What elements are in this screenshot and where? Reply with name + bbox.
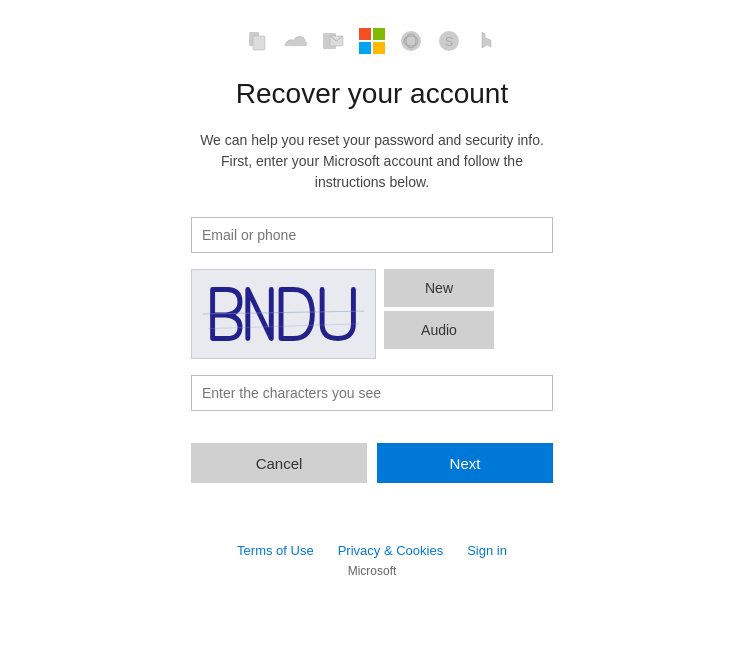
page-description: We can help you reset your password and …: [192, 130, 552, 193]
onedrive-icon: [283, 29, 307, 53]
microsoft-logo: [359, 28, 385, 54]
signin-link[interactable]: Sign in: [467, 543, 507, 558]
captcha-input[interactable]: [191, 375, 553, 411]
captcha-buttons: New Audio: [384, 269, 494, 359]
captcha-image: [191, 269, 376, 359]
footer-links: Terms of Use Privacy & Cookies Sign in: [237, 543, 507, 558]
terms-link[interactable]: Terms of Use: [237, 543, 314, 558]
cancel-button[interactable]: Cancel: [191, 443, 367, 483]
privacy-link[interactable]: Privacy & Cookies: [338, 543, 443, 558]
svg-rect-1: [253, 36, 265, 50]
footer-brand: Microsoft: [348, 564, 397, 578]
captcha-row: New Audio: [191, 269, 553, 359]
page-container: Recover your account We can help you res…: [92, 78, 652, 483]
outlook-icon: [321, 29, 345, 53]
product-icons: S: [245, 28, 499, 54]
svg-text:S: S: [445, 35, 453, 49]
skype-icon: S: [437, 29, 461, 53]
email-input[interactable]: [191, 217, 553, 253]
page-title: Recover your account: [236, 78, 508, 110]
button-row: Cancel Next: [191, 443, 553, 483]
office-icon: [245, 29, 269, 53]
bing-icon: [475, 29, 499, 53]
next-button[interactable]: Next: [377, 443, 553, 483]
xbox-icon: [399, 29, 423, 53]
captcha-audio-button[interactable]: Audio: [384, 311, 494, 349]
captcha-new-button[interactable]: New: [384, 269, 494, 307]
